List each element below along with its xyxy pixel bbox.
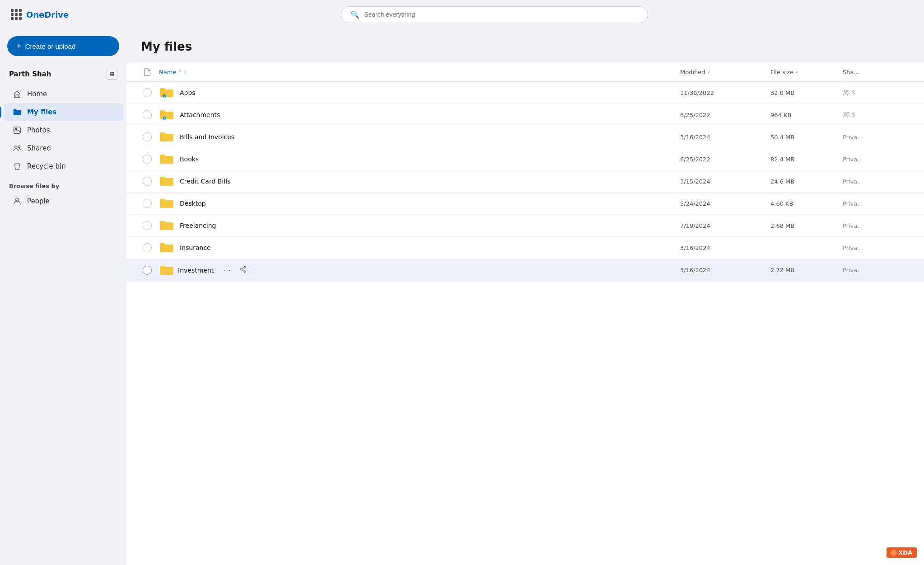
row-modified: 3/16/2024 bbox=[680, 267, 770, 273]
row-checkbox[interactable] bbox=[135, 199, 159, 208]
row-size: 50.4 MB bbox=[770, 134, 843, 141]
table-row[interactable]: 👥 Attachments 6/25/2022 964 KB S bbox=[126, 104, 924, 126]
photos-icon bbox=[13, 126, 22, 135]
row-checkbox[interactable] bbox=[135, 155, 159, 164]
sharing-icon bbox=[843, 89, 850, 96]
row-sharing: Priva... bbox=[843, 200, 915, 207]
search-bar[interactable]: 🔍 bbox=[341, 6, 648, 23]
row-name: Books bbox=[159, 153, 680, 165]
table-row[interactable]: 👥 Apps 11/30/2022 32.0 MB S bbox=[126, 82, 924, 104]
svg-point-12 bbox=[847, 113, 849, 114]
row-sharing: Priva... bbox=[843, 222, 915, 229]
row-name: Insurance bbox=[159, 241, 680, 254]
row-modified: 3/16/2024 bbox=[680, 134, 770, 141]
shared-folder-icon: 👥 bbox=[159, 86, 174, 99]
username-label: Parth Shah bbox=[9, 70, 51, 78]
more-actions-button[interactable]: ··· bbox=[221, 264, 233, 277]
svg-line-16 bbox=[242, 268, 244, 269]
modified-sort-icon: ∨ bbox=[707, 70, 710, 75]
table-row[interactable]: Bills and Invoices 3/16/2024 50.4 MB Pri… bbox=[126, 126, 924, 148]
svg-point-4 bbox=[16, 198, 19, 201]
header: OneDrive 🔍 bbox=[0, 0, 924, 29]
table-row[interactable]: Desktop 5/24/2024 4.60 KB Priva... bbox=[126, 193, 924, 215]
svg-text:👥: 👥 bbox=[163, 94, 167, 98]
table-row[interactable]: Credit Card Bills 3/15/2024 24.6 MB Priv… bbox=[126, 170, 924, 193]
row-size: 2.72 MB bbox=[770, 267, 843, 273]
table-row[interactable]: Books 6/25/2022 82.4 MB Priva... bbox=[126, 148, 924, 170]
row-checkbox[interactable] bbox=[135, 177, 159, 186]
row-size: 32.0 MB bbox=[770, 89, 843, 96]
table-header: Name ↑ ∨ Modified ∨ File size ∨ Sha... bbox=[126, 62, 924, 82]
row-checkbox[interactable] bbox=[135, 266, 159, 275]
share-button[interactable] bbox=[237, 264, 249, 277]
folder-icon bbox=[159, 153, 174, 165]
row-name: Credit Card Bills bbox=[159, 175, 680, 188]
col-header-name[interactable]: Name ↑ ∨ bbox=[159, 69, 680, 75]
browse-section-label: Browse files by bbox=[0, 175, 126, 192]
browse-nav: People bbox=[0, 192, 126, 210]
sidebar-user: Parth Shah ⊞ bbox=[0, 65, 126, 85]
share-icon bbox=[239, 266, 247, 273]
svg-point-9 bbox=[847, 90, 849, 92]
svg-point-11 bbox=[845, 113, 847, 115]
row-checkbox[interactable] bbox=[135, 88, 159, 97]
col-header-sharing[interactable]: Sha... bbox=[843, 69, 915, 75]
filesize-sort-icon: ∨ bbox=[795, 70, 798, 75]
expand-icon[interactable]: ⊞ bbox=[107, 69, 117, 80]
row-sharing: S bbox=[843, 89, 915, 96]
sidebar-item-my-files[interactable]: My files bbox=[4, 103, 123, 121]
people-icon bbox=[13, 197, 22, 206]
row-name: Desktop bbox=[159, 197, 680, 210]
row-sharing: Priva... bbox=[843, 267, 915, 273]
svg-line-17 bbox=[242, 269, 244, 271]
sort-toggle-icon: ∨ bbox=[184, 70, 187, 75]
shared-folder-icon: 👥 bbox=[159, 108, 174, 121]
sidebar-item-shared[interactable]: Shared bbox=[4, 139, 123, 157]
sidebar-nav: Home My files Photos Shared bbox=[0, 85, 126, 175]
row-checkbox[interactable] bbox=[135, 221, 159, 230]
trash-icon bbox=[13, 162, 22, 171]
col-header-modified[interactable]: Modified ∨ bbox=[680, 69, 770, 75]
main-layout: + Create or upload Parth Shah ⊞ Home My … bbox=[0, 29, 924, 565]
create-plus-icon: + bbox=[16, 42, 22, 51]
folder-icon bbox=[159, 175, 174, 188]
shared-icon bbox=[13, 144, 22, 153]
row-checkbox[interactable] bbox=[135, 243, 159, 252]
row-sharing: S bbox=[843, 112, 915, 118]
sidebar-item-photos[interactable]: Photos bbox=[4, 121, 123, 139]
search-icon: 🔍 bbox=[350, 10, 359, 19]
sidebar-item-home[interactable]: Home bbox=[4, 85, 123, 103]
row-size: 82.4 MB bbox=[770, 156, 843, 163]
row-sharing: Priva... bbox=[843, 134, 915, 141]
row-size: 964 KB bbox=[770, 112, 843, 118]
sidebar: + Create or upload Parth Shah ⊞ Home My … bbox=[0, 29, 126, 565]
table-row[interactable]: Freelancing 7/19/2024 2.68 MB Priva... bbox=[126, 215, 924, 237]
row-checkbox[interactable] bbox=[135, 132, 159, 141]
table-row[interactable]: Insurance 3/16/2024 Priva... bbox=[126, 237, 924, 259]
sidebar-item-recycle-bin[interactable]: Recycle bin bbox=[4, 157, 123, 175]
row-modified: 3/15/2024 bbox=[680, 178, 770, 185]
folder-icon bbox=[159, 131, 174, 143]
xda-watermark: XDA bbox=[887, 547, 917, 558]
row-checkbox[interactable] bbox=[135, 110, 159, 119]
create-upload-button[interactable]: + Create or upload bbox=[7, 36, 119, 56]
col-header-filesize[interactable]: File size ∨ bbox=[770, 69, 843, 75]
row-size: 24.6 MB bbox=[770, 178, 843, 185]
search-input[interactable] bbox=[364, 11, 639, 18]
row-modified: 6/25/2022 bbox=[680, 112, 770, 118]
row-size: 2.68 MB bbox=[770, 222, 843, 229]
row-name: Freelancing bbox=[159, 219, 680, 232]
svg-point-14 bbox=[244, 270, 246, 272]
row-name: 👥 Attachments bbox=[159, 108, 680, 121]
table-row[interactable]: Investment ··· 3/16/2024 bbox=[126, 259, 924, 282]
svg-point-8 bbox=[845, 90, 847, 93]
content-area: My files Name ↑ ∨ Modified ∨ bbox=[126, 29, 924, 565]
row-name: Bills and Invoices bbox=[159, 131, 680, 143]
svg-point-2 bbox=[15, 146, 17, 148]
folder-icon bbox=[159, 219, 174, 232]
apps-grid-icon[interactable] bbox=[11, 9, 22, 20]
folder-icon bbox=[13, 108, 22, 117]
row-modified: 6/25/2022 bbox=[680, 156, 770, 163]
sidebar-item-people[interactable]: People bbox=[4, 192, 123, 210]
row-size: 4.60 KB bbox=[770, 200, 843, 207]
